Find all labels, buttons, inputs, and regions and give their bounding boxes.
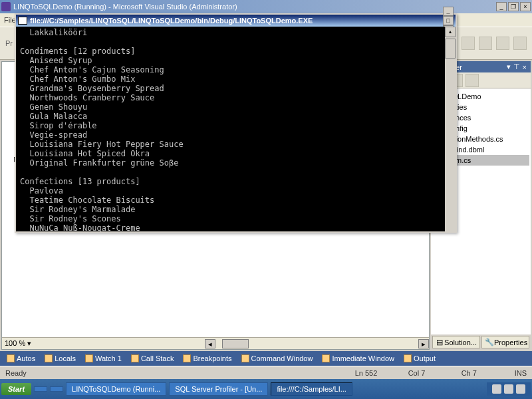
tab-output[interactable]: Output (400, 353, 440, 364)
console-maximize-button[interactable]: □ (443, 16, 454, 25)
tab-icon (45, 354, 53, 362)
start-button[interactable]: Start (1, 383, 31, 395)
tab-icon (404, 354, 412, 362)
scroll-thumb[interactable] (222, 339, 249, 348)
tab-icon (131, 354, 139, 362)
vs-logo-icon (1, 2, 11, 11)
system-tray[interactable] (487, 382, 531, 396)
horizontal-scrollbar[interactable]: ◂ ▸ (35, 338, 429, 349)
toolbar-button[interactable] (479, 37, 492, 50)
tab-icon (322, 354, 330, 362)
tab-command[interactable]: Command Window (237, 353, 317, 364)
status-bar: Ready Ln 552 Col 7 Ch 7 INS (0, 366, 532, 379)
properties-icon: 🔧 (485, 338, 493, 346)
scroll-left-button[interactable]: ◂ (205, 339, 215, 348)
zoom-dropdown[interactable]: 100 % ▾ (2, 339, 35, 348)
console-icon (18, 17, 27, 25)
close-button[interactable]: × (520, 2, 531, 11)
taskbar-item-console[interactable]: file:///C:/Samples/LI... (271, 382, 352, 396)
scroll-thumb[interactable] (445, 39, 456, 59)
window-controls: _ ❐ × (496, 2, 531, 11)
console-title-bar[interactable]: file:///C:/Samples/LINQToSQL/LINQToSQLDe… (16, 15, 456, 27)
tab-locals[interactable]: Locals (41, 353, 80, 364)
status-ready: Ready (5, 369, 27, 377)
console-minimize-button[interactable]: _ (443, 7, 454, 16)
toolbar-button[interactable] (496, 37, 509, 50)
console-output[interactable]: Lakkalikööri Condiments [12 products] An… (16, 27, 456, 231)
console-window[interactable]: file:///C:/Samples/LINQToSQL/LINQToSQLDe… (15, 13, 457, 233)
tray-icon[interactable] (516, 384, 525, 394)
tab-icon (183, 354, 191, 362)
toolbar-label: Pr (5, 39, 13, 47)
editor-bottom-bar: 100 % ▾ ◂ ▸ (2, 337, 429, 349)
tray-icon[interactable] (492, 384, 501, 394)
console-scrollbar[interactable]: ▴ (445, 27, 456, 231)
quicklaunch-button[interactable] (34, 386, 47, 392)
tab-icon (85, 354, 93, 362)
taskbar-item-vs[interactable]: LINQToSQLDemo (Runni... (66, 382, 166, 396)
minimize-button[interactable]: _ (496, 2, 507, 11)
tab-icon (7, 354, 15, 362)
tab-callstack[interactable]: Call Stack (127, 353, 178, 364)
toolbar-button[interactable] (462, 37, 475, 50)
tab-icon (241, 354, 249, 362)
scroll-right-button[interactable]: ▸ (418, 339, 429, 348)
taskbar-item-profiler[interactable]: SQL Server Profiler - [Un... (169, 382, 268, 396)
vs-title-text: LINQToSQLDemo (Running) - Microsoft Visu… (13, 3, 237, 11)
tab-watch[interactable]: Watch 1 (81, 353, 126, 364)
tab-properties[interactable]: 🔧Properties (481, 336, 529, 348)
tab-solution-explorer[interactable]: ▤Solution... (432, 336, 480, 348)
status-char: Ch 7 (462, 369, 515, 377)
tab-breakpoints[interactable]: Breakpoints (179, 353, 235, 364)
solution-icon: ▤ (436, 338, 443, 346)
windows-taskbar: Start LINQToSQLDemo (Runni... SQL Server… (0, 379, 532, 399)
bottom-tool-tabs: Autos Locals Watch 1 Call Stack Breakpoi… (0, 351, 532, 366)
close-icon[interactable]: × (523, 63, 527, 71)
scroll-up-button[interactable]: ▴ (445, 27, 456, 37)
restore-button[interactable]: ❐ (508, 2, 519, 11)
toolbar-button[interactable] (466, 74, 479, 87)
toolbar-button[interactable] (513, 37, 527, 50)
status-line: Ln 552 (355, 369, 408, 377)
panel-tabs: ▤Solution... 🔧Properties (431, 334, 531, 350)
pin-icon[interactable]: ⊤ (513, 63, 520, 71)
quicklaunch-button[interactable] (50, 386, 63, 392)
tray-icon[interactable] (504, 384, 513, 394)
tab-immediate[interactable]: Immediate Window (318, 353, 398, 364)
status-insert-mode: INS (515, 369, 527, 377)
dropdown-icon[interactable]: ▾ (507, 63, 511, 71)
status-column: Col 7 (408, 369, 462, 377)
tab-autos[interactable]: Autos (3, 353, 39, 364)
console-title-text: file:///C:/Samples/LINQToSQL/LINQToSQLDe… (30, 17, 313, 25)
